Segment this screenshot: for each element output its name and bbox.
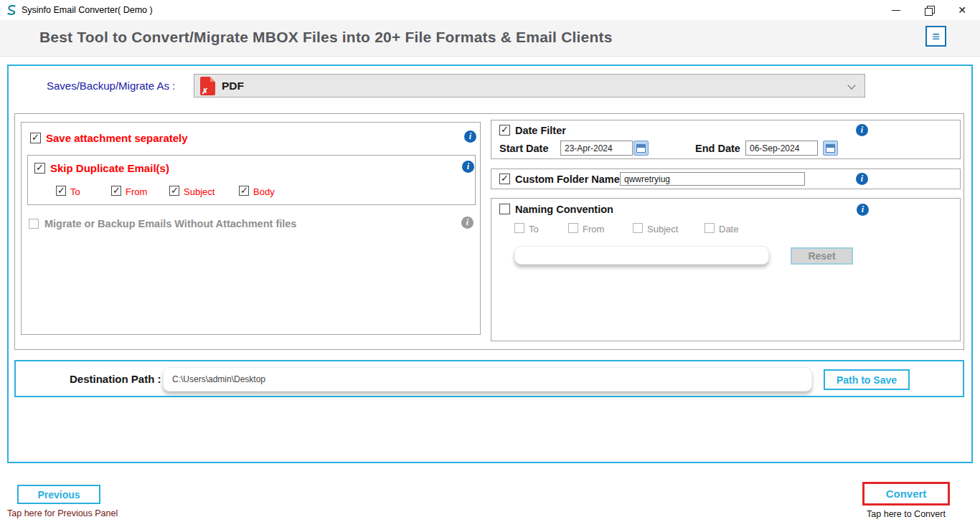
naming-convention-box: Naming Convention i To From Subject Date… — [491, 198, 961, 341]
close-icon: ✕ — [958, 5, 966, 15]
convert-button[interactable]: Convert — [862, 482, 950, 506]
skip-subject-checkbox[interactable] — [169, 186, 179, 196]
start-date-input[interactable] — [560, 141, 633, 156]
naming-convention-checkbox[interactable] — [499, 204, 510, 214]
hamburger-menu-button[interactable]: ≡ — [925, 26, 946, 47]
end-date-label: End Date — [695, 143, 740, 154]
migrate-without-attachment-checkbox[interactable] — [29, 219, 39, 229]
destination-path-input[interactable] — [163, 367, 812, 392]
format-dropdown[interactable]: PDF — [194, 74, 865, 98]
format-label: Saves/Backup/Migrate As : — [47, 80, 175, 92]
skip-from-checkbox[interactable] — [111, 186, 121, 196]
previous-button[interactable]: Previous — [17, 485, 100, 504]
naming-date-label[interactable]: Date — [719, 224, 738, 234]
start-date-label: Start Date — [499, 143, 549, 154]
skip-subject-label[interactable]: Subject — [184, 186, 215, 197]
chevron-down-icon — [847, 81, 855, 89]
previous-hint-text: Tap here for Previous Panel — [7, 508, 118, 518]
skip-body-checkbox[interactable] — [239, 186, 249, 196]
path-to-save-button[interactable]: Path to Save — [824, 369, 910, 390]
header-bar: Best Tool to Convert/Migrate MBOX Files … — [0, 20, 980, 57]
end-date-input[interactable] — [745, 141, 818, 156]
pdf-file-icon — [200, 77, 215, 95]
custom-folder-checkbox[interactable] — [499, 174, 510, 184]
skip-duplicate-info-icon[interactable]: i — [462, 161, 474, 173]
minimize-icon — [892, 10, 900, 11]
naming-subject-label[interactable]: Subject — [647, 224, 678, 234]
hamburger-icon: ≡ — [932, 30, 940, 43]
migrate-without-attachment-info-icon: i — [461, 217, 473, 229]
naming-subject-checkbox[interactable] — [633, 223, 643, 233]
attachment-options-box: Save attachment separately i Skip Duplic… — [21, 122, 481, 335]
skip-duplicate-box: Skip Duplicate Email(s) i To From Subjec… — [27, 155, 476, 205]
skip-body-label[interactable]: Body — [253, 186, 275, 197]
date-filter-box: Date Filter i Start Date End Date — [491, 120, 961, 159]
skip-duplicate-checkbox[interactable] — [34, 163, 45, 174]
minimize-button[interactable] — [883, 0, 909, 20]
destination-section: Destination Path : Path to Save — [14, 360, 964, 397]
custom-folder-label[interactable]: Custom Folder Name : — [515, 174, 626, 185]
date-filter-label[interactable]: Date Filter — [515, 125, 566, 136]
date-filter-info-icon[interactable]: i — [856, 124, 868, 136]
migrate-without-attachment-label[interactable]: Migrate or Backup Emails Without Attachm… — [44, 218, 296, 229]
options-container: Save attachment separately i Skip Duplic… — [14, 113, 964, 350]
naming-convention-info-icon[interactable]: i — [857, 204, 869, 216]
naming-from-label[interactable]: From — [583, 224, 604, 234]
skip-to-label[interactable]: To — [70, 186, 80, 197]
start-date-calendar-icon[interactable] — [633, 141, 649, 156]
restore-button[interactable] — [916, 0, 942, 20]
save-attachment-checkbox[interactable] — [30, 133, 41, 143]
skip-to-checkbox[interactable] — [56, 186, 66, 196]
reset-button[interactable]: Reset — [791, 247, 853, 265]
skip-duplicate-label[interactable]: Skip Duplicate Email(s) — [50, 162, 169, 174]
naming-preview-input[interactable] — [514, 246, 769, 265]
destination-path-label: Destination Path : — [70, 373, 161, 385]
page-title: Best Tool to Convert/Migrate MBOX Files … — [39, 29, 613, 46]
convert-hint-text: Tap here to Convert — [864, 509, 948, 519]
save-attachment-label[interactable]: Save attachment separately — [46, 132, 188, 144]
save-attachment-info-icon[interactable]: i — [464, 130, 476, 143]
date-filter-checkbox[interactable] — [499, 125, 510, 136]
app-title: Sysinfo Email Converter( Demo ) — [22, 5, 153, 15]
app-logo-icon — [6, 4, 17, 16]
naming-to-label[interactable]: To — [529, 224, 539, 234]
titlebar: Sysinfo Email Converter( Demo ) ✕ — [0, 0, 980, 20]
custom-folder-input[interactable] — [620, 172, 805, 186]
naming-convention-label[interactable]: Naming Convention — [515, 204, 613, 215]
naming-to-checkbox[interactable] — [514, 223, 524, 233]
app-window: Sysinfo Email Converter( Demo ) ✕ Best T… — [0, 0, 980, 522]
naming-from-checkbox[interactable] — [568, 223, 578, 233]
naming-date-checkbox[interactable] — [705, 223, 715, 233]
format-selected-value: PDF — [222, 80, 244, 92]
skip-from-label[interactable]: From — [126, 186, 147, 197]
main-panel: Saves/Backup/Migrate As : PDF Save attac… — [7, 65, 973, 463]
restore-icon — [925, 6, 934, 15]
close-button[interactable]: ✕ — [949, 0, 975, 20]
custom-folder-box: Custom Folder Name : i — [491, 169, 961, 189]
end-date-calendar-icon[interactable] — [823, 141, 838, 156]
custom-folder-info-icon[interactable]: i — [856, 173, 868, 185]
